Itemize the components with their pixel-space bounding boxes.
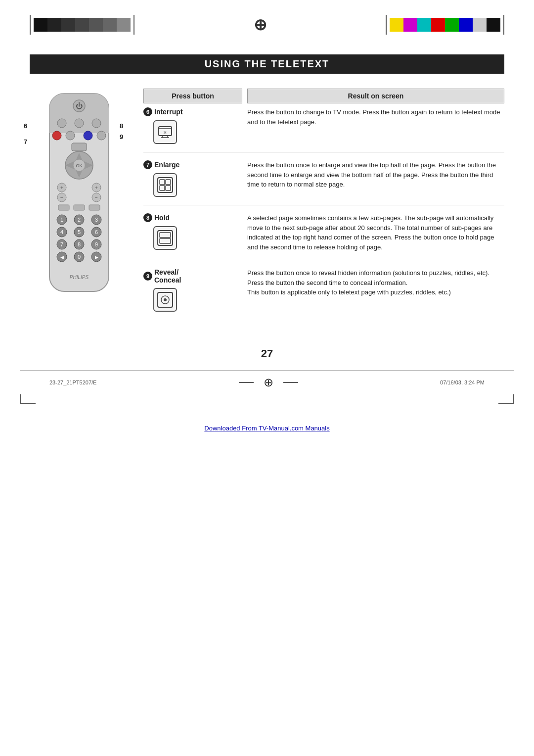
badge-9: 9	[143, 272, 152, 281]
instr-result-interrupt: Press the button to change to TV mode. P…	[247, 107, 504, 127]
footer-crosshair: ⊕	[264, 376, 273, 389]
instr-label-hold: Hold	[154, 214, 170, 222]
download-link[interactable]: Downloaded From TV-Manual.com Manuals	[204, 425, 329, 432]
svg-text:7: 7	[60, 241, 63, 247]
svg-text:0: 0	[78, 254, 81, 260]
instr-title-interrupt: 6 Interrupt	[143, 107, 237, 116]
instr-title-hold: 8 Hold	[143, 213, 237, 222]
svg-text:+: +	[60, 185, 63, 190]
color-bars	[390, 18, 500, 32]
bar-light-gray	[473, 18, 487, 32]
svg-text:4: 4	[60, 229, 63, 235]
bottom-area: 23-27_21PT5207/E ⊕ 07/16/03, 3:24 PM	[20, 370, 514, 394]
svg-rect-30	[89, 205, 100, 210]
corner-line-br	[513, 394, 514, 404]
instr-result-enlarge: Press the button once to enlarge and vie…	[247, 160, 504, 189]
remote-label-7: 7	[24, 138, 27, 145]
bar-1	[34, 18, 47, 32]
svg-rect-12	[72, 143, 87, 151]
bar-4	[75, 18, 89, 32]
svg-text:−: −	[60, 195, 63, 200]
bar-6	[103, 18, 117, 32]
footer-center-area: ⊕	[239, 376, 298, 389]
svg-rect-68	[160, 233, 171, 237]
svg-point-72	[164, 298, 167, 301]
badge-7: 7	[143, 160, 152, 169]
bar-2	[47, 18, 61, 32]
right-color-bar	[386, 15, 504, 35]
page-title: Using The Teletext	[30, 54, 504, 74]
page-wrapper: ⊕ Using The Teletext	[0, 0, 534, 756]
instr-title-enlarge: 7 Enlarge	[143, 160, 237, 169]
hold-icon-svg	[157, 230, 174, 246]
svg-text:PHILIPS: PHILIPS	[70, 275, 89, 280]
title-section: Using The Teletext	[30, 54, 504, 74]
svg-text:▶: ▶	[95, 255, 98, 260]
bar-red	[431, 18, 445, 32]
main-content: 6 7 8 9 ⏻	[0, 89, 534, 328]
instr-label-reveal: Reveal/Conceal	[154, 268, 181, 284]
instr-row-interrupt: 6 Interrupt ✕ Press the	[143, 107, 504, 152]
left-border-line-right	[134, 15, 134, 35]
svg-text:6: 6	[95, 229, 98, 235]
svg-text:OK: OK	[76, 163, 82, 168]
enlarge-icon-svg	[157, 177, 174, 193]
instr-icon-hold	[153, 226, 177, 250]
instr-label-enlarge: Enlarge	[154, 161, 179, 169]
footer-right: 07/16/03, 3:24 PM	[440, 379, 485, 385]
instruction-header: Press button Result on screen	[143, 89, 504, 103]
bottom-right-corner	[498, 394, 514, 404]
svg-point-7	[92, 119, 101, 128]
remote-label-6: 6	[24, 122, 27, 130]
svg-text:5: 5	[78, 229, 81, 235]
remote-container: 6 7 8 9 ⏻	[35, 89, 124, 298]
reveal-result-text: Press the button once to reveal hidden i…	[247, 269, 490, 296]
badge-6: 6	[143, 107, 152, 116]
svg-rect-28	[58, 205, 69, 210]
footer-left: 23-27_21PT5207/E	[49, 379, 96, 385]
corner-line-bl	[20, 394, 21, 404]
reveal-icon-svg	[157, 291, 174, 308]
black-bars	[34, 18, 131, 32]
svg-point-8	[52, 131, 61, 140]
bar-magenta	[403, 18, 417, 32]
svg-rect-29	[74, 205, 85, 210]
svg-text:8: 8	[78, 241, 81, 247]
svg-point-9	[66, 131, 75, 140]
instruction-area: Press button Result on screen 6 Interrup…	[143, 89, 504, 328]
bar-7	[117, 18, 131, 32]
left-color-bar	[30, 15, 134, 35]
svg-rect-64	[166, 180, 171, 185]
svg-rect-63	[160, 180, 165, 185]
left-border-line	[30, 15, 31, 35]
right-border-line-right	[503, 15, 504, 35]
svg-point-11	[97, 131, 106, 140]
remote-svg: ⏻	[35, 89, 124, 296]
crosshair-symbol: ⊕	[254, 15, 267, 34]
right-border-line	[386, 15, 387, 35]
svg-text:+: +	[95, 185, 98, 190]
footer-link-area[interactable]: Downloaded From TV-Manual.com Manuals	[0, 419, 534, 437]
corner-line-brh	[498, 403, 513, 404]
instr-icon-interrupt: ✕	[153, 120, 177, 144]
top-bar-area: ⊕	[0, 0, 534, 45]
footer-line-right	[283, 382, 298, 383]
bar-5	[89, 18, 103, 32]
instr-row-hold: 8 Hold A selected page sometimes contain…	[143, 213, 504, 260]
press-button-header: Press button	[143, 89, 242, 103]
instr-icon-reveal	[153, 288, 177, 312]
badge-8: 8	[143, 213, 152, 222]
footer-line-left	[239, 382, 254, 383]
instr-result-reveal: Press the button once to reveal hidden i…	[247, 268, 504, 297]
instr-row-reveal: 9 Reveal/Conceal Press the button once t…	[143, 268, 504, 320]
title-text: Using The Teletext	[205, 58, 330, 69]
instr-result-hold: A selected page sometimes contains a few…	[247, 213, 504, 252]
svg-text:9: 9	[95, 241, 98, 247]
instr-title-reveal: 9 Reveal/Conceal	[143, 268, 237, 284]
bar-black2	[487, 18, 500, 32]
interrupt-icon-svg: ✕	[158, 125, 173, 140]
bar-cyan	[417, 18, 431, 32]
svg-point-6	[75, 119, 84, 128]
instr-row-enlarge: 7 Enlarge Press the button once to en	[143, 160, 504, 205]
svg-rect-69	[160, 238, 171, 243]
